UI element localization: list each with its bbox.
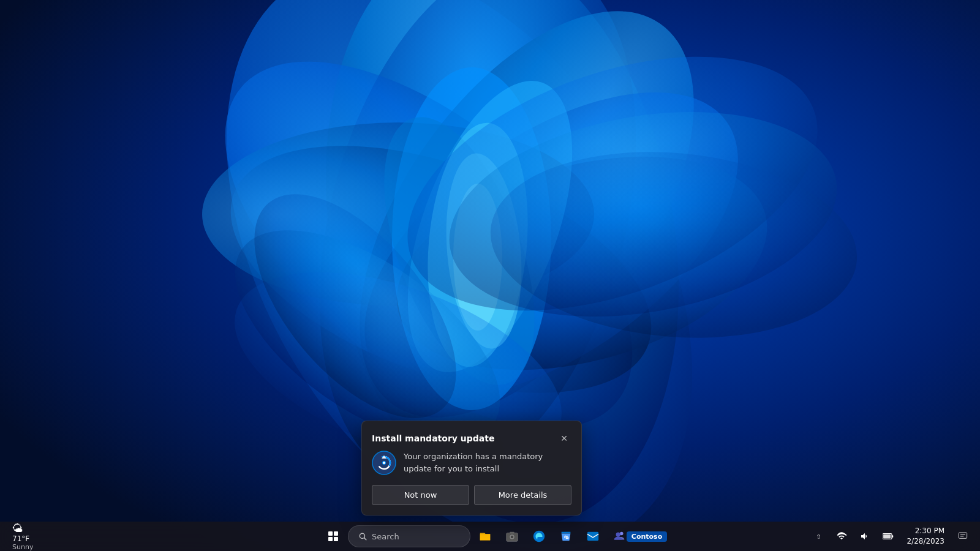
svg-rect-33 <box>510 532 514 534</box>
taskbar-left: 🌤 71°F Sunny <box>7 522 81 551</box>
desktop: Install mandatory update ✕ Your organiza <box>0 0 980 551</box>
wifi-icon[interactable] <box>832 527 851 546</box>
tray-expand-button[interactable]: ⇧ <box>809 527 828 546</box>
more-details-button[interactable]: More details <box>474 485 571 505</box>
svg-point-27 <box>383 462 385 464</box>
svg-rect-41 <box>959 533 967 538</box>
search-icon <box>358 532 367 541</box>
not-now-button[interactable]: Not now <box>372 485 469 505</box>
notification-actions: Not now More details <box>372 485 571 505</box>
svg-rect-39 <box>884 534 891 539</box>
start-button[interactable] <box>321 524 345 549</box>
weather-widget[interactable]: 🌤 71°F Sunny <box>7 522 38 551</box>
notification-body: Your organization has a mandatory update… <box>372 451 571 475</box>
svg-point-37 <box>616 533 620 537</box>
weather-condition: Sunny <box>12 543 33 551</box>
clock-date: 2/28/2023 <box>907 536 944 547</box>
taskbar: 🌤 71°F Sunny S <box>0 522 980 551</box>
taskbar-app-outlook[interactable] <box>581 524 605 549</box>
battery-icon[interactable] <box>878 527 898 546</box>
taskbar-app-edge[interactable] <box>527 524 551 549</box>
taskbar-right: ⇧ <box>809 526 973 547</box>
svg-text:🛍: 🛍 <box>564 534 569 540</box>
speaker-icon[interactable] <box>855 527 875 546</box>
svg-rect-35 <box>587 532 598 541</box>
svg-line-29 <box>364 538 366 540</box>
notification-popup: Install mandatory update ✕ Your organiza <box>361 421 582 515</box>
clock-time: 2:30 PM <box>915 526 944 536</box>
contoso-label: Contoso <box>627 531 667 542</box>
notification-close-button[interactable]: ✕ <box>557 431 571 446</box>
taskbar-app-camera[interactable] <box>500 524 524 549</box>
windows-logo <box>328 531 338 541</box>
weather-temperature: 71°F <box>12 534 29 543</box>
taskbar-app-store[interactable]: 🛍 <box>554 524 578 549</box>
search-bar[interactable]: Search <box>348 525 470 547</box>
notification-message: Your organization has a mandatory update… <box>404 451 571 474</box>
system-clock[interactable]: 2:30 PM 2/28/2023 <box>902 526 949 547</box>
taskbar-contoso-badge[interactable]: Contoso <box>635 524 659 549</box>
search-label: Search <box>372 532 399 541</box>
taskbar-center: Search <box>321 524 659 549</box>
svg-rect-40 <box>892 535 893 538</box>
weather-icon: 🌤 <box>12 522 23 534</box>
notification-title: Install mandatory update <box>372 433 494 443</box>
notification-icon <box>372 451 396 475</box>
notification-center-button[interactable] <box>953 527 973 546</box>
notification-header: Install mandatory update ✕ <box>372 431 571 446</box>
taskbar-app-explorer[interactable] <box>473 524 497 549</box>
svg-point-32 <box>511 536 514 539</box>
